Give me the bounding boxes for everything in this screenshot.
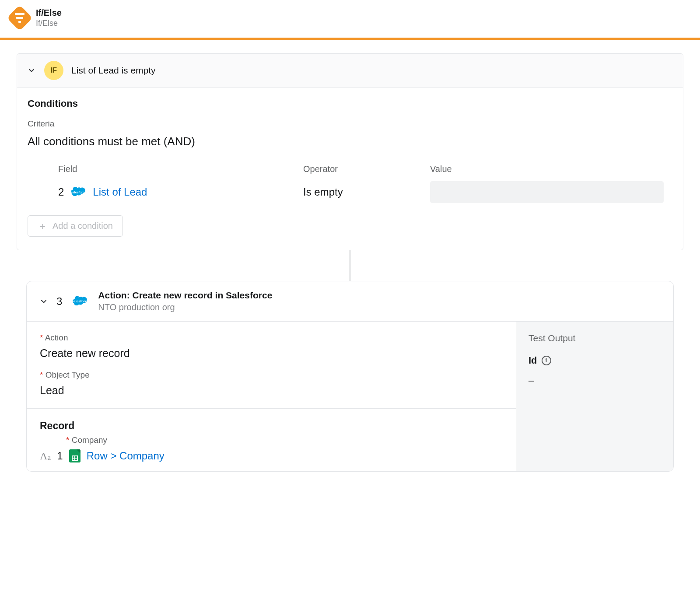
column-field-label: Field bbox=[58, 164, 286, 174]
condition-field-cell[interactable]: 2 salesforce List of Lead bbox=[58, 186, 286, 198]
add-condition-label: Add a condition bbox=[52, 221, 113, 231]
criteria-value: All conditions must be met (AND) bbox=[28, 135, 672, 148]
company-source-link[interactable]: Row > Company bbox=[87, 450, 164, 462]
object-type-value[interactable]: Lead bbox=[40, 384, 503, 397]
plus-icon: ＋ bbox=[38, 221, 47, 231]
condition-field-link[interactable]: List of Lead bbox=[93, 186, 147, 198]
google-sheets-icon bbox=[69, 449, 80, 462]
if-panel: IF List of Lead is empty Conditions Crit… bbox=[17, 53, 683, 250]
if-badge: IF bbox=[44, 61, 63, 80]
action-step-number: 3 bbox=[56, 295, 62, 308]
condition-step-number: 2 bbox=[58, 186, 64, 198]
condition-operator-value: Is empty bbox=[303, 186, 413, 198]
company-label: * Company bbox=[66, 435, 503, 445]
object-type-label: * Object Type bbox=[40, 370, 503, 380]
page-header: If/Else If/Else bbox=[0, 0, 700, 40]
company-field-row[interactable]: Aa 1 Row > Company bbox=[27, 449, 516, 471]
company-source-step: 1 bbox=[57, 450, 63, 462]
text-type-icon: Aa bbox=[40, 450, 51, 462]
test-output-panel: Test Output Id i – bbox=[516, 322, 673, 471]
header-subtitle: If/Else bbox=[36, 19, 62, 28]
connector-line bbox=[350, 250, 350, 281]
test-output-heading: Test Output bbox=[528, 333, 661, 343]
condition-value-input[interactable] bbox=[430, 181, 664, 203]
if-else-icon bbox=[10, 9, 29, 27]
test-output-id-value: – bbox=[528, 375, 661, 386]
add-condition-button[interactable]: ＋ Add a condition bbox=[28, 215, 123, 237]
action-title: Action: Create new record in Salesforce bbox=[98, 290, 272, 301]
record-heading: Record bbox=[27, 409, 516, 435]
criteria-label: Criteria bbox=[28, 119, 672, 129]
action-field-label: * Action bbox=[40, 333, 503, 343]
action-card: 3 salesforce Action: Create new record i… bbox=[26, 281, 674, 472]
chevron-down-icon[interactable] bbox=[39, 297, 49, 306]
salesforce-icon: salesforce bbox=[70, 294, 90, 308]
if-block-title: List of Lead is empty bbox=[71, 65, 156, 76]
chevron-down-icon[interactable] bbox=[27, 66, 36, 75]
test-output-id-label: Id bbox=[528, 355, 537, 366]
header-title: If/Else bbox=[36, 8, 62, 18]
action-card-header[interactable]: 3 salesforce Action: Create new record i… bbox=[27, 281, 673, 322]
column-operator-label: Operator bbox=[303, 164, 413, 174]
if-panel-header[interactable]: IF List of Lead is empty bbox=[17, 54, 683, 88]
action-field-value[interactable]: Create new record bbox=[40, 347, 503, 360]
salesforce-icon: salesforce bbox=[71, 187, 86, 197]
column-value-label: Value bbox=[430, 164, 664, 174]
action-subtitle: NTO production org bbox=[98, 302, 272, 312]
info-icon[interactable]: i bbox=[542, 356, 551, 365]
conditions-heading: Conditions bbox=[28, 98, 672, 109]
